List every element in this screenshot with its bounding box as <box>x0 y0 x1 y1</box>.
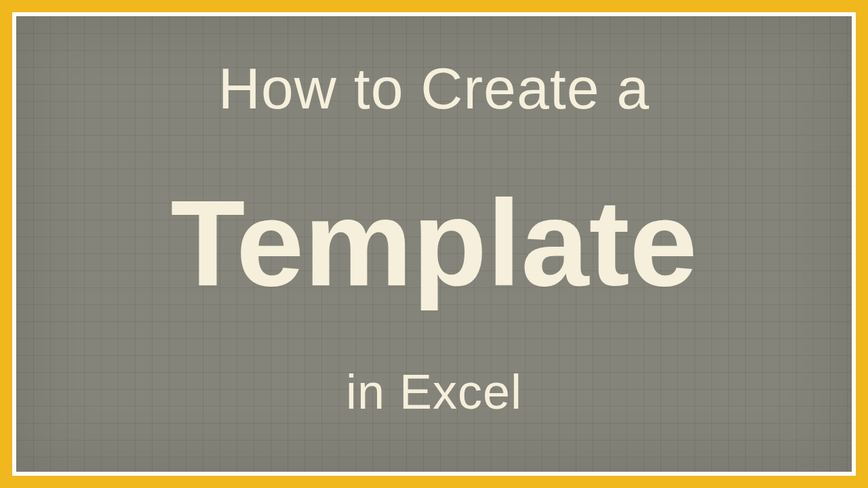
content-panel: How to Create a Template in Excel <box>16 16 852 472</box>
inner-border: How to Create a Template in Excel <box>12 12 856 476</box>
title-line-3: in Excel <box>346 364 522 420</box>
title-line-2: Template <box>171 173 698 313</box>
outer-border: How to Create a Template in Excel <box>0 0 868 488</box>
title-line-1: How to Create a <box>218 55 650 122</box>
